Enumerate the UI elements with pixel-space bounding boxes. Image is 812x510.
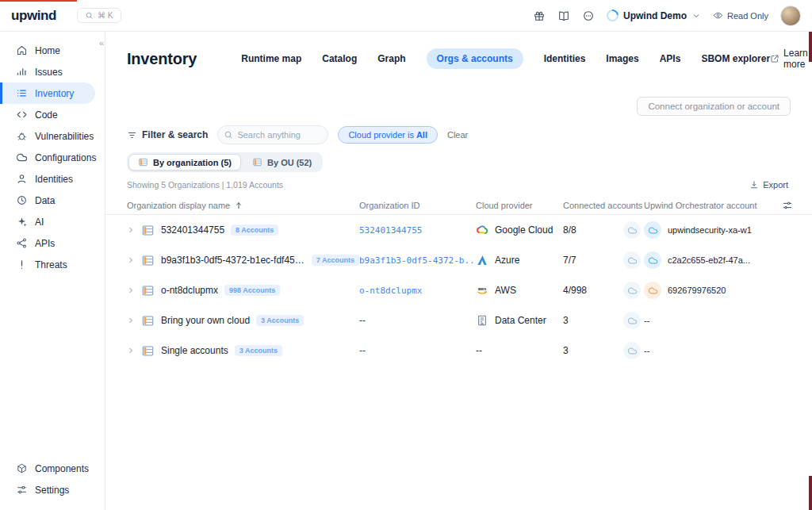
expand-row-icon[interactable] (127, 256, 135, 264)
sidebar-item-threats[interactable]: Threats (0, 254, 105, 275)
sidebar-item-data[interactable]: Data (0, 190, 105, 211)
exclamation-icon (16, 259, 28, 270)
filter-search-toggle[interactable]: Filter & search (127, 129, 208, 140)
col-header-label: Cloud provider (476, 201, 533, 210)
tab-graph[interactable]: Graph (377, 53, 405, 64)
export-button[interactable]: Export (749, 180, 788, 190)
sidebar-item-components[interactable]: Components (0, 458, 105, 479)
organization-icon (141, 344, 155, 358)
sidebar: Home Issues Inventory Code Vulnerabiliti… (0, 32, 105, 510)
cloud-scanner-status-icon (623, 251, 641, 269)
organization-icon (138, 157, 148, 167)
filter-chip-cloud-provider[interactable]: Cloud provider is All (338, 126, 438, 144)
col-header-connected-accounts[interactable]: Connected accounts (563, 201, 644, 210)
accounts-count-badge: 7 Accounts (312, 255, 359, 266)
connected-accounts-count: 7/7 (563, 255, 576, 266)
col-header-label: Organization ID (359, 201, 419, 210)
accounts-count-badge: 3 Accounts (235, 345, 282, 356)
sidebar-item-label: Home (35, 45, 60, 56)
organization-id: -- (359, 345, 476, 356)
whats-new-button[interactable] (533, 10, 546, 22)
connected-accounts-count: 3 (563, 315, 569, 326)
expand-row-icon[interactable] (127, 347, 135, 355)
orchestrator-account: -- (644, 346, 649, 355)
organization-icon (141, 224, 155, 237)
orchestrator-account: -- (644, 316, 649, 325)
search-box (217, 125, 328, 144)
provider-label: -- (476, 345, 482, 356)
provider-label: Google Cloud (495, 224, 553, 236)
cloud-scanner-status-icon (623, 221, 641, 239)
tab-identities[interactable]: Identities (544, 53, 586, 64)
orchestrator-account: upwindsecurity-xa-w1 (668, 225, 752, 235)
table-row[interactable]: b9a3f1b3-0df5-4372-b1ec-fdf459a... 7 Acc… (105, 245, 812, 275)
upwind-logo[interactable]: upwind (11, 8, 56, 24)
sidebar-item-configurations[interactable]: Configurations (0, 147, 105, 168)
connected-accounts-count: 4/998 (563, 285, 587, 296)
table-row[interactable]: o-nt8dclupmx 998 Accounts o-nt8dclupmx A… (105, 275, 812, 305)
col-header-display-name[interactable]: Organization display name (127, 201, 359, 210)
read-only-badge[interactable]: Read Only (713, 10, 768, 21)
orchestrator-account: 692679976520 (668, 286, 726, 295)
sidebar-item-vulnerabilities[interactable]: Vulnerabilities (0, 125, 105, 147)
tab-orgs-accounts[interactable]: Orgs & accounts (427, 48, 523, 69)
table-row[interactable]: Bring your own cloud 3 Accounts -- Data … (105, 305, 812, 336)
sidebar-item-home[interactable]: Home (0, 40, 105, 61)
sidebar-item-settings[interactable]: Settings (0, 479, 105, 500)
data-center-icon (476, 314, 488, 327)
organization-id[interactable]: b9a3f1b3-0df5-4372-b... (359, 255, 476, 266)
col-header-organization-id[interactable]: Organization ID (359, 201, 476, 210)
by-organization-label: By organization (5) (153, 158, 232, 167)
tab-by-organization[interactable]: By organization (5) (128, 154, 241, 171)
organization-id[interactable]: o-nt8dclupmx (359, 286, 476, 296)
org-display-name: Bring your own cloud (161, 315, 250, 326)
tab-apis[interactable]: APIs (660, 53, 681, 64)
tab-catalog[interactable]: Catalog (322, 53, 357, 64)
learn-more-link[interactable]: Learn more (770, 48, 808, 70)
sidebar-item-label: Data (35, 195, 55, 206)
sidebar-item-inventory[interactable]: Inventory (0, 82, 95, 104)
sidebar-collapse-button[interactable]: « (99, 39, 104, 48)
cloud-icon (16, 151, 28, 163)
workspace-selector[interactable]: Upwind Demo (607, 10, 701, 21)
topbar-actions: Upwind Demo Read Only (533, 6, 801, 26)
table-header-row: Organization display name Organization I… (105, 196, 812, 215)
bar-chart-icon (16, 66, 28, 78)
sidebar-item-apis[interactable]: APIs (0, 232, 105, 254)
sidebar-item-code[interactable]: Code (0, 104, 105, 125)
tab-runtime-map[interactable]: Runtime map (241, 53, 301, 64)
expand-row-icon[interactable] (127, 226, 135, 234)
table-row[interactable]: Single accounts 3 Accounts -- -- 3 -- (105, 336, 812, 366)
organization-id[interactable]: 532401344755 (359, 225, 476, 236)
search-input[interactable] (217, 125, 328, 144)
global-search-button[interactable]: ⌘ K (77, 8, 121, 23)
clear-filters-button[interactable]: Clear (447, 130, 468, 140)
user-avatar[interactable] (780, 6, 801, 26)
sort-ascending-icon (234, 201, 243, 210)
table-row[interactable]: 532401344755 8 Accounts 532401344755 Goo… (105, 215, 812, 245)
gift-icon (533, 10, 546, 22)
cloud-scanner-status-icon (623, 312, 641, 329)
column-settings-button[interactable] (766, 200, 793, 211)
code-icon (16, 109, 28, 121)
tab-images[interactable]: Images (606, 53, 638, 64)
external-link-icon (770, 54, 779, 63)
by-ou-label: By OU (52) (267, 158, 312, 167)
sidebar-item-identities[interactable]: Identities (0, 168, 105, 190)
filter-icon (127, 130, 137, 140)
col-header-orchestrator-account[interactable]: Upwind Orchestrator account (644, 201, 766, 210)
connect-organization-button[interactable]: Connect organization or account (637, 97, 791, 116)
tab-by-ou[interactable]: By OU (52) (243, 154, 321, 171)
sidebar-item-label: APIs (35, 238, 55, 249)
accounts-count-badge: 8 Accounts (231, 224, 278, 236)
sidebar-item-ai[interactable]: AI (0, 211, 105, 232)
documentation-button[interactable] (557, 10, 570, 22)
expand-row-icon[interactable] (127, 286, 135, 294)
col-header-cloud-provider[interactable]: Cloud provider (476, 201, 563, 210)
support-chat-button[interactable] (582, 10, 595, 22)
organization-id: -- (359, 315, 476, 326)
window-edge-decor (809, 476, 812, 510)
expand-row-icon[interactable] (127, 316, 135, 324)
tab-sbom-explorer[interactable]: SBOM explorer (701, 53, 770, 64)
sidebar-item-issues[interactable]: Issues (0, 61, 105, 82)
